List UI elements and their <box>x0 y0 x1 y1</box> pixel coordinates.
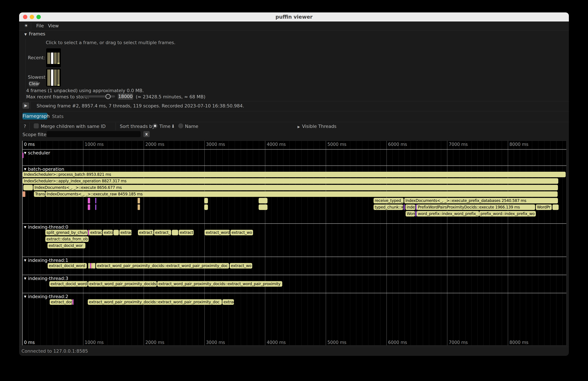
scope-bar[interactable]: extrac <box>119 230 132 235</box>
frame-thumbnail-bar[interactable] <box>47 69 50 86</box>
tab-flamegraph[interactable]: Flamegraph <box>22 113 47 120</box>
scope-bar[interactable] <box>404 204 405 210</box>
scope-bar[interactable]: extract_doc <box>50 299 72 305</box>
scope-bar[interactable]: extract_word_pair_proximity_docids::extr… <box>88 299 222 305</box>
scope-bar[interactable]: Word <box>406 211 415 216</box>
sort-threads-label: Sort threads by: <box>120 124 156 129</box>
frame-thumbnail-bar[interactable] <box>54 53 57 64</box>
scope-bar[interactable]: extrac <box>222 299 234 305</box>
max-frames-value[interactable]: 18000 <box>118 93 133 100</box>
thread-separator <box>22 223 566 224</box>
frame-thumbnail-bar[interactable] <box>47 53 50 64</box>
scope-bar[interactable]: IndexScheduler>::apply_index_operation 8… <box>23 178 558 184</box>
scope-bar[interactable]: extract_word_pair_proximity_docids::extr… <box>96 263 229 269</box>
scope-bar[interactable] <box>172 230 178 235</box>
sort-name-radio[interactable] <box>178 123 183 128</box>
scope-bar[interactable] <box>22 152 23 158</box>
recent-frames-thumbnail[interactable] <box>46 48 61 67</box>
scope-bar[interactable]: split_grenad_by_chun <box>45 230 88 235</box>
menu-view[interactable]: View <box>48 23 59 28</box>
tab-stats[interactable]: Stats <box>52 114 63 119</box>
scope-bar[interactable]: IndexDocuments<_, _>::execute_raw 8459.1… <box>45 191 558 197</box>
frame-thumbnail-bar[interactable] <box>57 53 60 64</box>
slowest-frames-thumbnail[interactable] <box>46 68 61 87</box>
clear-button[interactable]: Clear <box>29 81 38 86</box>
clear-filter-button[interactable]: x <box>143 131 150 137</box>
gridline <box>465 141 465 345</box>
visible-threads-header[interactable]: ▶Visible Threads <box>297 124 336 129</box>
scope-bar[interactable]: extract_docid_word <box>49 281 88 287</box>
scope-bar[interactable] <box>113 230 119 235</box>
thread-header[interactable]: ▼indexing-thread:2 <box>24 294 68 299</box>
scope-bar[interactable]: extract_word_pair_proximity_docids <box>88 281 157 287</box>
scope-bar[interactable] <box>204 198 208 203</box>
sort-name-label[interactable]: Name <box>185 124 198 129</box>
scope-bar[interactable] <box>95 198 96 203</box>
gridline <box>380 141 380 345</box>
gridline <box>356 141 356 345</box>
scope-bar[interactable]: extra <box>103 230 113 235</box>
frame-thumbnail-bar[interactable] <box>51 53 53 64</box>
scope-bar[interactable]: extract_docid_word <box>48 263 87 269</box>
ruler-tick: 8000 ms <box>509 340 528 345</box>
scope-bar[interactable] <box>259 204 268 210</box>
scope-bar[interactable]: extract_wo <box>231 230 253 235</box>
scope-bar[interactable]: PrefixWordPairsProximityDocids::execute … <box>417 204 535 210</box>
scope-bar[interactable] <box>88 198 90 203</box>
thread-header[interactable]: ▼indexing-thread:1 <box>24 258 68 263</box>
thread-header[interactable]: ▼indexing-thread:0 <box>24 224 68 230</box>
help-button[interactable]: ? <box>24 124 26 129</box>
scope-bar[interactable]: typed_chunk::w <box>374 204 403 210</box>
slider-knob[interactable] <box>105 94 111 99</box>
gridline <box>168 141 168 345</box>
scope-bar[interactable]: IndexScheduler>::process_batch 8953.821 … <box>23 172 566 177</box>
scope-bar[interactable] <box>138 204 140 210</box>
menu-file[interactable]: File <box>36 23 44 28</box>
scope-bar[interactable]: prefix_word::index_prefix_wo <box>479 211 536 216</box>
scope-bar[interactable]: extract_ <box>154 230 171 235</box>
thread-header[interactable]: ▼batch-operation <box>24 167 64 172</box>
scope-filter-input[interactable] <box>47 131 141 137</box>
collapse-triangle-icon: ▼ <box>24 32 27 36</box>
scope-bar[interactable]: extract_wo <box>230 263 252 269</box>
scope-bar[interactable] <box>415 211 417 216</box>
scope-bar[interactable] <box>72 299 74 305</box>
scope-bar[interactable] <box>88 204 90 210</box>
scope-bar[interactable]: extract <box>179 230 194 235</box>
thread-header[interactable]: ▼scheduler <box>24 150 50 155</box>
scope-bar[interactable]: extract <box>89 230 102 235</box>
scope-bar[interactable]: WordPr <box>536 204 552 210</box>
scope-bar[interactable] <box>92 263 95 269</box>
frame-thumbnail-bar[interactable] <box>54 69 57 86</box>
scope-bar[interactable]: index <box>405 204 415 210</box>
merge-children-checkbox[interactable] <box>34 123 39 128</box>
scope-bar[interactable] <box>259 198 268 203</box>
scope-bar[interactable] <box>23 185 33 190</box>
scope-bar[interactable] <box>91 263 92 269</box>
scope-bar[interactable]: extract_docid_wor <box>47 243 85 248</box>
scope-bar[interactable] <box>95 204 96 210</box>
frames-header[interactable]: ▼Frames <box>24 31 45 36</box>
scope-bar[interactable]: IndexDocuments<_, _>::execute_prefix_dat… <box>404 198 558 203</box>
sort-time-radio[interactable] <box>152 123 158 128</box>
scope-bar[interactable]: word_prefix::index_word_prefix_ <box>417 211 479 216</box>
scope-bar[interactable]: extract_ <box>138 230 153 235</box>
theme-toggle-icon[interactable]: ☀ <box>24 23 28 28</box>
scope-bar[interactable]: receive_typed_ <box>374 198 404 203</box>
scope-bar[interactable] <box>552 204 559 210</box>
scope-bar[interactable] <box>204 204 208 210</box>
scope-bar[interactable]: extract::data_from_ob <box>45 236 89 242</box>
scope-bar[interactable]: Trans <box>34 191 45 197</box>
frame-thumbnail-bar[interactable] <box>57 69 60 86</box>
scope-bar[interactable]: extract_word <box>205 230 230 235</box>
scope-bar[interactable] <box>23 191 25 197</box>
scope-bar[interactable] <box>88 263 90 269</box>
scope-bar[interactable]: extract_word_pair_proximity_docids::extr… <box>157 281 282 287</box>
scope-bar[interactable]: IndexDocuments<_, _>::execute 8656.677 m… <box>33 185 558 190</box>
thread-header[interactable]: ▼indexing-thread:3 <box>24 276 68 281</box>
frame-thumbnail-bar[interactable] <box>51 69 53 86</box>
sort-time-label[interactable]: Time <box>159 124 170 129</box>
scope-bar[interactable] <box>138 198 140 203</box>
flamegraph-canvas[interactable]: 0 ms0 ms1000 ms1000 ms2000 ms2000 ms3000… <box>22 141 567 345</box>
play-button[interactable]: ▶ <box>22 102 29 109</box>
